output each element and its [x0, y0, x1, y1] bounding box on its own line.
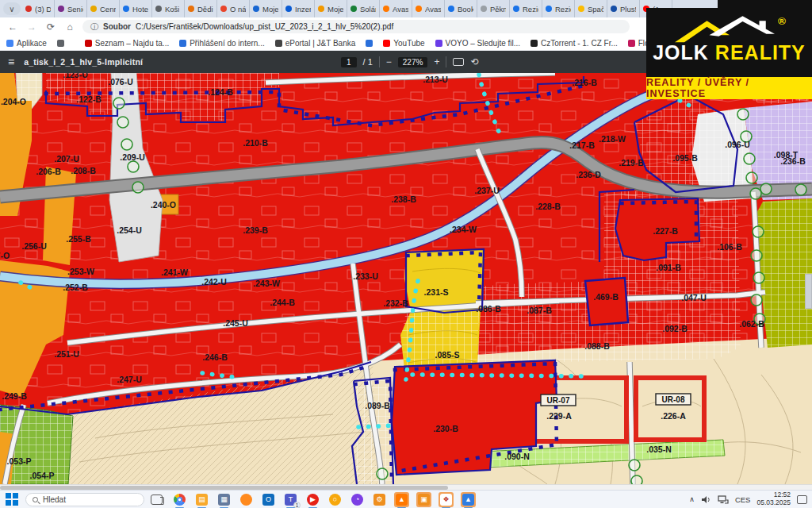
taskbar-app-calculator[interactable]: ▦ [216, 492, 232, 507]
zone-label: .207-U [54, 154, 79, 164]
tab-label: Koši [165, 5, 179, 13]
tree-circle-icon [377, 468, 388, 479]
pdf-menu-icon[interactable]: ≡ [8, 56, 14, 68]
taskbar-app-teams[interactable]: T1 [283, 492, 298, 507]
bookmark-favicon [366, 40, 373, 47]
bookmark-favicon [530, 40, 538, 47]
tab-favicon [25, 6, 32, 12]
zoning-map-canvas[interactable]: UR-07UR-08 .123-U.076-U.122-B.124-B.204-… [0, 73, 812, 484]
taskbar-app-orange-ring-app[interactable]: ○ [327, 492, 343, 507]
tree-circle-icon [760, 183, 772, 194]
reload-button[interactable]: ⟳ [44, 21, 57, 33]
network-icon[interactable] [718, 495, 729, 504]
horizontal-scrollbar-thumb[interactable] [0, 486, 448, 490]
task-view-button[interactable] [151, 495, 163, 505]
taskbar-app-outlook[interactable]: O [261, 492, 276, 507]
tab-search-button[interactable]: ∨ [3, 2, 21, 15]
zone-label: .231-S [424, 287, 449, 297]
browser-tab-14[interactable]: Pěkn [477, 0, 510, 17]
home-button[interactable]: ⌂ [63, 21, 76, 33]
bookmark-cztorrent-1-cz-fr-[interactable]: CzTorrent - 1. CZ Fr... [530, 39, 618, 48]
tab-label: Moje [327, 5, 343, 13]
volume-icon[interactable] [701, 495, 711, 504]
keyboard-layout[interactable]: CES [735, 495, 751, 504]
tab-label: Cenn [100, 5, 116, 13]
taskbar-app-chrome[interactable] [172, 492, 187, 507]
browser-tab-16[interactable]: Rezid [542, 0, 575, 17]
taskbar-app-file-explorer[interactable]: ▤ [194, 492, 209, 507]
bookmark-icon-1[interactable] [57, 40, 64, 47]
tree-circle-icon [132, 182, 144, 193]
zone-label: .210-B [243, 138, 268, 148]
zone-label: .089-B [365, 401, 390, 410]
bookmark-icon-5[interactable] [366, 40, 373, 47]
bookmark-seznam-najdu-ta-[interactable]: Seznam – Najdu ta... [85, 39, 169, 48]
bookmark-favicon [179, 40, 186, 47]
zone-label: .242-U [201, 277, 227, 287]
bookmark-aplikace[interactable]: Aplikace [6, 39, 47, 48]
ur-label: UR-07 [547, 396, 570, 405]
back-button[interactable]: ← [6, 21, 19, 33]
browser-tab-5[interactable]: Dědi [185, 0, 217, 17]
taskbar-app-orange-tool[interactable]: ⚙ [372, 492, 387, 507]
browser-tab-10[interactable]: Solár [347, 0, 380, 17]
tab-favicon [578, 6, 584, 12]
taskbar-app-orange-tool-2[interactable]: ▣ [416, 492, 431, 507]
browser-tab-13[interactable]: Book [445, 0, 477, 17]
tab-favicon [383, 6, 389, 12]
bookmark-eportal-j-t-banka[interactable]: ePortal | J&T Banka [275, 39, 356, 48]
browser-tab-18[interactable]: Plus5 [607, 0, 640, 17]
forward-button[interactable]: → [25, 21, 38, 33]
bookmark-youtube[interactable]: YouTube [383, 39, 424, 48]
notification-center-icon[interactable] [797, 495, 807, 504]
taskbar-search[interactable]: Hledat [25, 493, 144, 506]
taskbar-app-photos[interactable]: ▲ [461, 492, 476, 507]
horizontal-scrollbar[interactable] [0, 484, 812, 490]
start-button[interactable] [5, 492, 19, 506]
taskbar-app-avast[interactable]: ▲ [394, 492, 409, 507]
browser-tab-4[interactable]: Koši [152, 0, 185, 17]
fit-page-button[interactable] [453, 58, 464, 66]
browser-tab-6[interactable]: O ná [217, 0, 250, 17]
page-number-input[interactable]: 1 [341, 57, 357, 67]
taskbar-app-corel[interactable]: ❖ [439, 492, 454, 507]
browser-tab-3[interactable]: Hote [120, 0, 152, 17]
browser-tab-15[interactable]: Rezid [510, 0, 542, 17]
system-tray: ∧ CES 12:52 05.03.2025 [689, 491, 807, 507]
taskbar-app-youtube[interactable]: ▶ [305, 492, 320, 507]
browser-tab-2[interactable]: Cenn [87, 0, 120, 17]
bookmark-p-ihl-en-do-intern[interactable]: Přihlášení do intern... [179, 39, 265, 48]
zone-label: .253-W [67, 267, 94, 276]
zoom-out-button[interactable]: − [386, 56, 392, 67]
page-info-icon[interactable]: ⓘ [90, 21, 98, 33]
zone-label: .219-B [619, 158, 644, 167]
tab-favicon [318, 6, 324, 12]
zoom-level[interactable]: 227% [398, 57, 428, 67]
taskbar-app-purple-app[interactable]: ◔ [350, 492, 365, 507]
pinned-apps: ▤▦OT1▶○◔⚙▲▣❖▲ [172, 492, 476, 507]
brand-reality: REALITY [715, 41, 806, 64]
tree-circle-icon [753, 272, 764, 283]
browser-tab-12[interactable]: Avast [412, 0, 445, 17]
vertical-scrollbar-thumb[interactable] [805, 274, 812, 309]
browser-tab-9[interactable]: Moje [315, 0, 347, 17]
browser-tab-0[interactable]: (3) D [22, 0, 55, 17]
taskbar-app-firefox[interactable] [239, 492, 254, 507]
divider [446, 56, 446, 67]
zone-label: .088-B [584, 341, 610, 351]
zoom-in-button[interactable]: + [434, 56, 439, 67]
browser-tab-7[interactable]: Moje [250, 0, 282, 17]
browser-tab-17[interactable]: Spač [575, 0, 607, 17]
tree-circle-icon [746, 172, 757, 183]
page-total: / 1 [363, 57, 373, 67]
ur-label: UR-08 [662, 395, 685, 404]
browser-tab-11[interactable]: Avas [380, 0, 412, 17]
address-bar[interactable]: ⓘ Soubor C:/Users/František/Downloads/up… [82, 20, 630, 33]
clock[interactable]: 12:52 05.03.2025 [756, 491, 791, 507]
tab-label: Solár [360, 5, 376, 13]
rotate-button[interactable]: ⟲ [470, 56, 478, 67]
tray-expand-icon[interactable]: ∧ [689, 495, 695, 503]
browser-tab-8[interactable]: Inzer [282, 0, 315, 17]
browser-tab-1[interactable]: Senic [55, 0, 87, 17]
bookmark-voyo-sledujte-fil-[interactable]: VOYO – Sledujte fil... [435, 39, 521, 48]
